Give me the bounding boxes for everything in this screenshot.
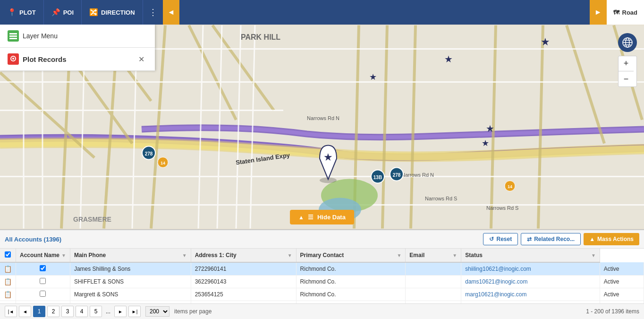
table-row: 📋 James Shilling & Sons 2722960141 Richm… bbox=[0, 262, 644, 276]
page-1-button[interactable]: 1 bbox=[33, 306, 45, 317]
row-checkbox-cell[interactable] bbox=[16, 288, 70, 301]
city-cell: Richmond Co. bbox=[296, 262, 406, 276]
primary-contact-filter-icon[interactable]: ▼ bbox=[397, 253, 401, 258]
main-phone-cell: 253654125 bbox=[191, 288, 296, 301]
table-row: 📋 Margrett & SONS 253654125 Richmond Co.… bbox=[0, 288, 644, 301]
left-panel: Layer Menu Plot Records ✕ bbox=[0, 25, 155, 71]
reset-button[interactable]: ↺ Reset bbox=[483, 233, 518, 245]
items-per-page-label: items per page bbox=[174, 308, 212, 315]
row-action-icon: 📋 bbox=[0, 262, 16, 276]
accounts-table: Account Name▼ Main Phone▼ Address 1: Cit… bbox=[0, 249, 644, 303]
row-action-icon: 📋 bbox=[0, 276, 16, 288]
primary-contact-cell bbox=[406, 276, 461, 288]
account-name-header[interactable]: Account Name▼ bbox=[16, 249, 70, 262]
svg-text:278: 278 bbox=[145, 151, 153, 156]
svg-text:14: 14 bbox=[508, 184, 512, 189]
svg-rect-55 bbox=[9, 33, 17, 34]
svg-point-59 bbox=[12, 58, 14, 60]
row-action-icon: 📋 bbox=[0, 288, 16, 301]
status-filter-icon[interactable]: ▼ bbox=[591, 253, 596, 258]
related-icon: ⇄ bbox=[527, 236, 532, 242]
more-options-button[interactable]: ⋮ bbox=[143, 7, 163, 17]
status-cell: Active bbox=[600, 262, 644, 276]
plot-icon: 📍 bbox=[8, 8, 17, 17]
city-cell: Richmond Co. bbox=[296, 276, 406, 288]
svg-text:278: 278 bbox=[393, 172, 401, 178]
last-page-button[interactable]: ►| bbox=[128, 306, 141, 317]
zoom-out-button[interactable]: − bbox=[619, 71, 634, 86]
email-header[interactable]: Email▼ bbox=[406, 249, 461, 262]
poi-icon: 📌 bbox=[51, 8, 60, 17]
svg-text:★: ★ bbox=[369, 72, 377, 82]
row-checkbox-cell[interactable] bbox=[16, 276, 70, 288]
svg-text:PARK HILL: PARK HILL bbox=[241, 33, 280, 41]
account-name-cell: James Shilling & Sons bbox=[70, 262, 191, 276]
account-name-cell: Margrett & SONS bbox=[70, 288, 191, 301]
svg-text:★: ★ bbox=[323, 151, 333, 163]
svg-text:13B: 13B bbox=[373, 175, 382, 180]
page-dots: ... bbox=[104, 308, 112, 315]
svg-rect-57 bbox=[9, 38, 17, 39]
table-container: Account Name▼ Main Phone▼ Address 1: Cit… bbox=[0, 249, 644, 303]
primary-contact-cell bbox=[406, 262, 461, 276]
direction-button[interactable]: 🔀 DIRECTION bbox=[82, 0, 143, 25]
road-map-icon: 🗺 bbox=[613, 9, 619, 16]
hide-data-table-icon: ☰ bbox=[308, 214, 314, 221]
plot-records-icon bbox=[8, 53, 19, 65]
pagination: |◄ ◄ 1 2 3 4 5 ... ► ►| 200 100 50 items… bbox=[0, 303, 644, 319]
plot-records-row: Plot Records ✕ bbox=[0, 48, 155, 71]
city-header[interactable]: Address 1: City▼ bbox=[191, 249, 296, 262]
main-phone-filter-icon[interactable]: ▼ bbox=[182, 253, 187, 258]
page-3-button[interactable]: 3 bbox=[61, 306, 74, 317]
per-page-select[interactable]: 200 100 50 bbox=[145, 306, 169, 317]
poi-button[interactable]: 📌 POI bbox=[44, 0, 82, 25]
svg-text:Narrows Rd N: Narrows Rd N bbox=[307, 115, 339, 121]
page-5-button[interactable]: 5 bbox=[90, 306, 102, 317]
road-view-button[interactable]: 🗺 Road bbox=[607, 0, 644, 25]
main-phone-header[interactable]: Main Phone▼ bbox=[70, 249, 191, 262]
header-actions: ↺ Reset ⇄ Related Reco... ▲ Mass Actions bbox=[483, 233, 639, 245]
primary-contact-cell bbox=[406, 288, 461, 301]
plot-records-label: Plot Records bbox=[23, 55, 132, 63]
globe-button[interactable] bbox=[618, 33, 637, 52]
select-all-header[interactable] bbox=[0, 249, 16, 262]
first-page-button[interactable]: |◄ bbox=[5, 306, 17, 317]
mass-actions-icon: ▲ bbox=[589, 236, 595, 242]
status-cell: Active bbox=[600, 288, 644, 301]
email-cell: shiiling10621@inogic.com bbox=[461, 262, 600, 276]
svg-text:Narrows Rd N: Narrows Rd N bbox=[401, 172, 434, 178]
reset-icon: ↺ bbox=[489, 236, 494, 242]
svg-text:★: ★ bbox=[482, 138, 489, 148]
status-header[interactable]: Status▼ bbox=[461, 249, 600, 262]
collapse-left-button[interactable]: ◄ bbox=[163, 0, 180, 25]
plot-button[interactable]: 📍 PLOT bbox=[0, 0, 44, 25]
email-filter-icon[interactable]: ▼ bbox=[452, 253, 457, 258]
account-name-filter-icon[interactable]: ▼ bbox=[61, 253, 66, 258]
svg-text:14: 14 bbox=[161, 161, 165, 165]
related-records-button[interactable]: ⇄ Related Reco... bbox=[521, 233, 581, 245]
top-toolbar: 📍 PLOT 📌 POI 🔀 DIRECTION ⋮ ◄ ► 🗺 Road bbox=[0, 0, 644, 25]
layer-menu-label: Layer Menu bbox=[23, 32, 58, 40]
status-cell: Active bbox=[600, 276, 644, 288]
svg-text:GRASMERE: GRASMERE bbox=[73, 216, 111, 223]
prev-page-button[interactable]: ◄ bbox=[19, 306, 31, 317]
mass-actions-button[interactable]: ▲ Mass Actions bbox=[584, 233, 639, 245]
city-filter-icon[interactable]: ▼ bbox=[288, 253, 292, 258]
zoom-in-button[interactable]: + bbox=[619, 56, 634, 71]
close-plot-records-button[interactable]: ✕ bbox=[136, 54, 147, 65]
next-page-button[interactable]: ► bbox=[114, 306, 127, 317]
data-area: All Accounts (1396) ↺ Reset ⇄ Related Re… bbox=[0, 229, 644, 319]
svg-text:★: ★ bbox=[486, 123, 494, 134]
table-header-row: Account Name▼ Main Phone▼ Address 1: Cit… bbox=[0, 249, 644, 262]
svg-text:Narrows Rd S: Narrows Rd S bbox=[486, 205, 518, 211]
expand-right-button[interactable]: ► bbox=[590, 0, 607, 25]
primary-contact-header[interactable]: Primary Contact▼ bbox=[296, 249, 406, 262]
hide-data-arrow-icon: ▲ bbox=[298, 214, 304, 221]
main-phone-cell: 2722960141 bbox=[191, 262, 296, 276]
direction-icon: 🔀 bbox=[89, 8, 98, 17]
page-4-button[interactable]: 4 bbox=[76, 306, 88, 317]
svg-rect-56 bbox=[9, 35, 17, 37]
row-checkbox-cell[interactable] bbox=[16, 262, 70, 276]
hide-data-button[interactable]: ▲ ☰ Hide Data bbox=[290, 210, 354, 224]
page-2-button[interactable]: 2 bbox=[47, 306, 59, 317]
